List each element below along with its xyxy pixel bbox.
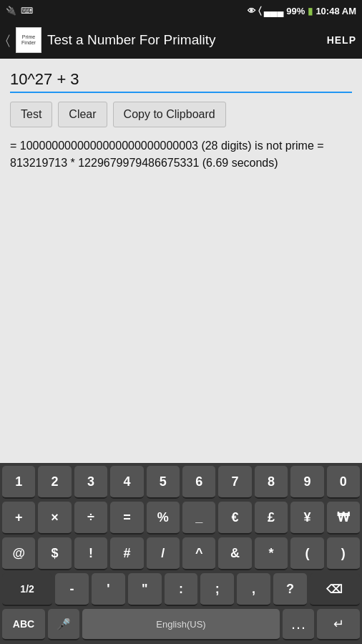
clear-button[interactable]: Clear: [58, 102, 107, 127]
key-yen[interactable]: ¥: [290, 502, 323, 535]
key-3[interactable]: 3: [74, 466, 107, 499]
number-input[interactable]: [10, 67, 352, 93]
battery-icon: ▮: [308, 6, 313, 16]
key-plus[interactable]: +: [2, 502, 35, 535]
logo-line2: Finder: [21, 40, 36, 46]
key-enter[interactable]: ↵: [317, 609, 360, 640]
logo-line1: Prime: [22, 34, 35, 40]
key-euro[interactable]: €: [218, 502, 251, 535]
key-dollar[interactable]: $: [38, 537, 71, 570]
key-underscore[interactable]: _: [182, 502, 215, 535]
key-at[interactable]: @: [2, 537, 35, 570]
signal-icon: ▄▄▄: [264, 6, 284, 16]
key-0[interactable]: 0: [327, 466, 360, 499]
keyboard: 1 2 3 4 5 6 7 8 9 0 + × ÷ = % _ € £ ¥ ₩ …: [0, 463, 362, 606]
enter-icon: ↵: [333, 616, 344, 632]
key-semicolon[interactable]: ;: [200, 573, 234, 606]
page-title: Test a Number For Primality: [47, 32, 321, 48]
keyboard-icon: ⌨: [21, 6, 33, 16]
keyboard-row-1: 1 2 3 4 5 6 7 8 9 0: [2, 466, 360, 499]
wifi-icon: 〈: [258, 5, 261, 16]
key-equals[interactable]: =: [110, 502, 143, 535]
test-button[interactable]: Test: [10, 102, 52, 127]
period-label: …: [290, 615, 306, 633]
key-openparen[interactable]: (: [290, 537, 323, 570]
key-won[interactable]: ₩: [327, 502, 360, 535]
key-caret[interactable]: ^: [182, 537, 215, 570]
copy-to-clipboard-button[interactable]: Copy to Clipboard: [113, 102, 226, 127]
key-question[interactable]: ?: [273, 573, 307, 606]
key-9[interactable]: 9: [290, 466, 323, 499]
key-percent[interactable]: %: [147, 502, 180, 535]
app-logo: Prime Finder: [16, 27, 41, 53]
key-asterisk[interactable]: *: [255, 537, 288, 570]
key-slash[interactable]: /: [147, 537, 180, 570]
status-left: 🔌 ⌨: [6, 6, 33, 16]
space-label: English(US): [156, 619, 205, 630]
main-content: Test Clear Copy to Clipboard = 100000000…: [0, 59, 362, 463]
key-7[interactable]: 7: [218, 466, 251, 499]
key-1[interactable]: 1: [2, 466, 35, 499]
key-hash[interactable]: #: [110, 537, 143, 570]
key-2[interactable]: 2: [38, 466, 71, 499]
result-text: = 1000000000000000000000000003 (28 digit…: [10, 137, 352, 172]
status-bar: 🔌 ⌨ 👁 〈 ▄▄▄ 99% ▮ 10:48 AM: [0, 0, 362, 21]
keyboard-row-4: 1/2 - ' " : ; , ? ⌫: [2, 573, 360, 606]
key-space[interactable]: English(US): [82, 609, 280, 640]
battery-level: 99%: [286, 6, 305, 16]
key-ampersand[interactable]: &: [218, 537, 251, 570]
key-mic[interactable]: 🎤: [48, 609, 79, 640]
status-right: 👁 〈 ▄▄▄ 99% ▮ 10:48 AM: [248, 5, 356, 16]
key-exclaim[interactable]: !: [74, 537, 107, 570]
key-comma[interactable]: ,: [237, 573, 270, 606]
key-4[interactable]: 4: [110, 466, 143, 499]
key-12[interactable]: 1/2: [2, 573, 52, 606]
key-5[interactable]: 5: [147, 466, 180, 499]
back-icon[interactable]: 〈: [6, 33, 10, 48]
key-multiply[interactable]: ×: [38, 502, 71, 535]
key-colon[interactable]: :: [165, 573, 198, 606]
keyboard-row-3: @ $ ! # / ^ & * ( ): [2, 537, 360, 570]
key-6[interactable]: 6: [182, 466, 215, 499]
key-period[interactable]: …: [283, 609, 314, 640]
eye-icon: 👁: [248, 6, 255, 15]
help-button[interactable]: HELP: [327, 34, 356, 46]
key-pound[interactable]: £: [255, 502, 288, 535]
keyboard-row-2: + × ÷ = % _ € £ ¥ ₩: [2, 502, 360, 535]
time-display: 10:48 AM: [315, 6, 356, 16]
mic-icon: 🎤: [57, 618, 71, 631]
key-apostrophe[interactable]: ': [92, 573, 125, 606]
usb-icon: 🔌: [6, 6, 16, 16]
key-minus[interactable]: -: [55, 573, 89, 606]
keyboard-bottom-row: ABC 🎤 English(US) … ↵: [0, 606, 362, 644]
key-8[interactable]: 8: [255, 466, 288, 499]
key-quote[interactable]: ": [128, 573, 162, 606]
top-bar: 〈 Prime Finder Test a Number For Primali…: [0, 21, 362, 59]
key-abc[interactable]: ABC: [2, 609, 45, 640]
button-row: Test Clear Copy to Clipboard: [10, 102, 352, 127]
abc-label: ABC: [13, 618, 34, 630]
key-closeparen[interactable]: ): [327, 537, 360, 570]
key-backspace[interactable]: ⌫: [310, 573, 360, 606]
key-divide[interactable]: ÷: [74, 502, 107, 535]
